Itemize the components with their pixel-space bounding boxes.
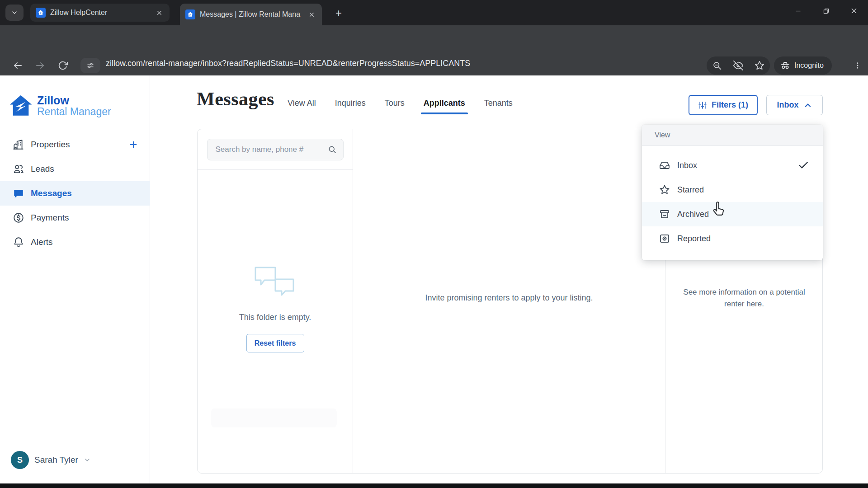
alerts-icon [13,236,24,248]
dropdown-item-label: Reported [677,234,711,244]
dropdown-item-label: Starred [677,185,704,195]
tab-search-chevron-icon[interactable] [5,5,24,21]
dropdown-items: Inbox Starred Archived [642,146,823,251]
dropdown-item-archived[interactable]: Archived [642,202,823,226]
add-property-icon[interactable] [128,140,138,150]
filters-label: Filters (1) [712,100,748,110]
invite-renters-text: Invite promising renters to apply to you… [353,293,665,303]
zoom-icon[interactable] [712,61,722,70]
back-icon[interactable] [10,58,25,73]
filters-icon [698,101,707,110]
check-icon [797,160,809,171]
chevron-down-icon [84,456,91,464]
window-controls [784,0,868,22]
site-info-icon[interactable] [80,58,100,73]
logo-wordmark: Zillow Rental Manager [37,95,111,118]
toolbar-right-icons [707,56,770,75]
incognito-label: Incognito [794,61,824,70]
tab-close-icon[interactable] [307,9,316,19]
reset-filters-button[interactable]: Reset filters [246,334,304,352]
screen: Zillow HelpCenter Messages | Zillow Rent… [0,0,868,488]
zillow-house-icon [9,94,33,118]
leads-icon [13,163,24,175]
payments-icon [13,212,24,224]
url-bar[interactable]: zillow.com/rental-manager/inbox?readRepl… [106,59,470,68]
filters-button[interactable]: Filters (1) [689,95,758,115]
tab-tours[interactable]: Tours [385,99,405,114]
close-button[interactable] [840,0,868,22]
conversation-detail-column: Invite promising renters to apply to you… [353,129,665,473]
tab-inquiries[interactable]: Inquiries [335,99,366,114]
browser-tabstrip: Zillow HelpCenter Messages | Zillow Rent… [0,0,868,25]
dropdown-item-label: Inbox [677,161,697,170]
dropdown-header: View [642,125,823,146]
user-menu[interactable]: S Sarah Tyler [11,451,91,469]
inbox-view-button[interactable]: Inbox [766,95,823,115]
empty-folder-text: This folder is empty. [198,313,353,322]
empty-folder-state: This folder is empty. Reset filters [198,265,353,352]
user-name: Sarah Tyler [34,455,78,465]
reload-icon[interactable] [55,58,71,73]
search-container [198,129,353,170]
chat-bubbles-icon [198,265,353,299]
inbox-button-label: Inbox [777,100,799,110]
reported-folder-icon [659,233,670,244]
view-dropdown: View Inbox Starred [642,125,823,260]
dropdown-item-inbox[interactable]: Inbox [642,153,823,178]
tab-applicants[interactable]: Applicants [424,99,465,114]
sidebar-item-alerts[interactable]: Alerts [0,230,150,254]
taskbar-strip [0,483,868,488]
zillow-logo[interactable]: Zillow Rental Manager [9,94,111,118]
page-title: Messages [197,88,274,110]
mouse-cursor-icon [711,202,726,219]
browser-tab-messages[interactable]: Messages | Zillow Rental Mana [180,4,322,25]
logo-line2: Rental Manager [37,106,111,117]
restore-button[interactable] [812,0,840,22]
sidebar-item-label: Properties [31,140,70,150]
conversation-list-column: This folder is empty. Reset filters [198,129,353,473]
tab-title: Zillow HelpCenter [50,9,154,17]
sidebar-item-properties[interactable]: Properties [0,132,150,157]
inbox-tray-icon [659,160,670,171]
new-tab-button[interactable]: + [332,6,345,20]
browser-toolbar: zillow.com/rental-manager/inbox?readRepl… [0,25,868,75]
see-more-text: See more information on a potential rent… [676,286,812,310]
dropdown-item-label: Archived [677,210,709,219]
skeleton-row [211,408,337,427]
forward-icon[interactable] [33,58,48,73]
chevron-up-icon [803,101,812,110]
sidebar: Zillow Rental Manager Properties [0,75,150,483]
dropdown-item-starred[interactable]: Starred [642,178,823,202]
zillow-favicon-icon [36,8,46,18]
eye-off-icon[interactable] [733,61,743,70]
dropdown-item-reported[interactable]: Reported [642,226,823,251]
messages-icon [13,188,24,199]
logo-line1: Zillow [37,95,111,107]
search-input[interactable] [216,145,328,154]
minimize-button[interactable] [784,0,812,22]
incognito-icon [780,61,790,70]
tab-title: Messages | Zillow Rental Mana [200,10,307,19]
sidebar-item-leads[interactable]: Leads [0,157,150,181]
tab-view-all[interactable]: View All [288,99,316,114]
sidebar-item-messages[interactable]: Messages [0,181,150,206]
properties-icon [13,139,24,150]
search-box [207,139,344,160]
browser-tab-help-center[interactable]: Zillow HelpCenter [30,4,170,22]
message-filter-tabs: View All Inquiries Tours Applicants Tena… [288,99,513,114]
incognito-badge[interactable]: Incognito [774,56,832,75]
sidebar-item-label: Payments [31,213,69,223]
zillow-favicon-icon [185,9,195,19]
app-content: Zillow Rental Manager Properties [0,75,868,483]
sidebar-item-label: Leads [31,164,54,174]
browser-menu-icon[interactable] [852,58,863,73]
sidebar-item-label: Messages [31,188,72,198]
star-icon [659,184,670,195]
bookmark-star-icon[interactable] [755,61,764,70]
sidebar-nav: Properties Leads Messages [0,132,150,254]
tab-close-icon[interactable] [154,8,164,18]
search-icon[interactable] [328,145,337,154]
tab-tenants[interactable]: Tenants [484,99,513,114]
sidebar-item-payments[interactable]: Payments [0,206,150,230]
archive-icon [659,209,670,220]
